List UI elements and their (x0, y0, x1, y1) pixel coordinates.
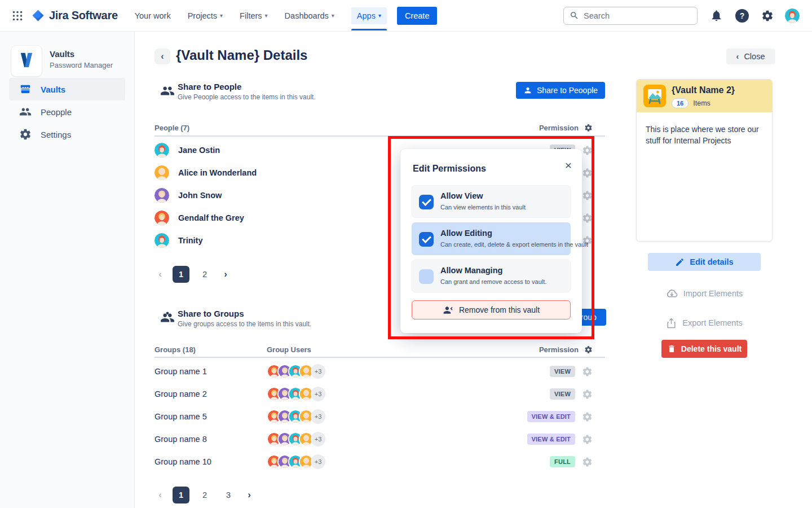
vault-description: This is place where we store our stuff f… (637, 112, 772, 158)
group-name: Group name 1 (155, 367, 267, 376)
chevron-down-icon: ▾ (265, 12, 268, 19)
trash-icon (667, 344, 676, 353)
cloud-download-icon (666, 288, 678, 300)
page-number[interactable]: 2 (196, 487, 213, 503)
more-users-pill: +3 (311, 387, 325, 401)
row-gear-icon[interactable] (582, 366, 593, 377)
row-gear-icon[interactable] (582, 457, 593, 467)
share-to-people-button[interactable]: Share to Peoople (516, 82, 605, 99)
search-input[interactable] (584, 11, 685, 20)
page-number[interactable]: 3 (220, 487, 237, 503)
nav-dashboards[interactable]: Dashboards▾ (285, 11, 334, 20)
back-button[interactable]: ‹ (155, 49, 170, 64)
chevron-down-icon: ▾ (378, 12, 381, 19)
share-groups-heading: Share to Groups (178, 309, 244, 318)
avatar (155, 188, 169, 203)
more-users-pill: +3 (311, 454, 325, 469)
row-gear-icon[interactable] (582, 190, 593, 201)
export-share-icon (666, 318, 677, 329)
checkbox-unchecked-icon[interactable] (419, 269, 434, 284)
remove-from-vault-button[interactable]: Remove from this vault (412, 300, 571, 319)
global-search[interactable] (563, 7, 698, 25)
option-allow-view[interactable]: Allow View Can view elements in this vau… (412, 185, 571, 218)
app-switcher-icon[interactable] (12, 11, 23, 21)
groups-count-label: Groups (18) (155, 345, 196, 354)
row-gear-icon[interactable] (582, 434, 593, 445)
items-label: Items (693, 99, 710, 107)
share-groups-icon (160, 310, 175, 325)
row-gear-icon[interactable] (582, 411, 593, 422)
group-avatar-stack: +3 (267, 432, 527, 446)
option-description: Can create, edit, delete & export elemen… (440, 241, 588, 248)
sidebar-item-label: Settings (41, 130, 71, 139)
delete-vault-button[interactable]: Delete this vault (661, 340, 747, 358)
nav-projects[interactable]: Projects▾ (188, 11, 223, 20)
row-gear-icon[interactable] (582, 213, 593, 224)
page-number[interactable]: 2 (196, 266, 213, 283)
column-settings-gear-icon[interactable] (584, 124, 593, 132)
avatar (155, 143, 169, 157)
more-users-pill: +3 (311, 364, 325, 379)
checkbox-checked-icon[interactable] (419, 195, 434, 209)
nav-filters[interactable]: Filters▾ (240, 11, 268, 20)
jira-logo[interactable]: Jira Software (32, 9, 118, 22)
help-icon[interactable]: ? (735, 9, 749, 23)
column-settings-gear-icon[interactable] (584, 345, 593, 354)
group-name: Group name 8 (155, 435, 267, 444)
group-name: Group name 10 (155, 457, 267, 466)
permission-header: Permission (539, 345, 579, 354)
row-gear-icon[interactable] (582, 145, 593, 156)
modal-title: Edit Permissions (413, 164, 486, 174)
more-users-pill: +3 (311, 432, 325, 446)
group-avatar-stack: +3 (267, 387, 550, 401)
nav-your-work[interactable]: Your work (135, 11, 171, 20)
vaults-app-logo-icon (11, 45, 42, 77)
page-prev-icon[interactable]: ‹ (155, 269, 166, 280)
edit-permissions-modal: Edit Permissions × Allow View Can view e… (400, 149, 582, 333)
import-elements-button[interactable]: Import Elements (648, 284, 761, 303)
page-number[interactable]: 1 (173, 266, 189, 283)
checkbox-checked-icon[interactable] (419, 232, 434, 247)
groups-table-header: Groups (18) Group Users Permission (155, 345, 605, 354)
row-gear-icon[interactable] (582, 389, 593, 400)
page-number[interactable]: 1 (173, 487, 189, 503)
items-count-badge: 16 (672, 98, 689, 108)
sidebar-item-label: Vaults (41, 85, 65, 94)
close-panel-button[interactable]: ‹ Close (726, 49, 775, 64)
person-remove-icon (443, 305, 453, 316)
row-gear-icon[interactable] (582, 168, 593, 178)
people-count-label: People (7) (155, 124, 189, 132)
permission-badge: FULL (550, 456, 575, 467)
page-next-icon[interactable]: › (244, 489, 255, 501)
avatar (155, 233, 169, 248)
divider (155, 135, 605, 137)
sidebar-item-people[interactable]: Peopple (9, 100, 125, 123)
sidebar-menu: Vaults Peopple Settings (0, 78, 134, 146)
settings-gear-icon[interactable] (761, 10, 774, 22)
chevron-down-icon: ▾ (332, 12, 334, 19)
sidebar-item-vaults[interactable]: Vaults (9, 78, 125, 100)
sidebar-item-settings[interactable]: Settings (9, 123, 125, 146)
group-row: Group name 5 +3 VIEW & EDIT (155, 405, 605, 428)
people-table-header: People (7) Permission (155, 124, 605, 132)
group-name: Group name 2 (155, 389, 267, 398)
search-icon (570, 11, 579, 20)
person-icon (523, 86, 532, 95)
page-next-icon[interactable]: › (220, 269, 231, 280)
option-allow-managing[interactable]: Allow Managing Can grant and remove acce… (412, 260, 571, 292)
close-icon[interactable]: × (565, 159, 572, 171)
export-elements-button[interactable]: Export Elements (648, 314, 761, 332)
user-avatar[interactable] (785, 8, 800, 23)
notifications-bell-icon[interactable] (710, 9, 723, 22)
nav-apps[interactable]: Apps▾ (351, 7, 387, 24)
share-people-heading: Share to People (178, 82, 241, 91)
option-title: Allow Editing (440, 229, 492, 238)
option-allow-editing[interactable]: Allow Editing Can create, edit, delete &… (412, 222, 571, 255)
edit-details-button[interactable]: Edit details (648, 253, 761, 271)
people-icon (19, 106, 32, 118)
create-button[interactable]: Create (397, 7, 438, 25)
top-app-bar: Jira Software Your work Projects▾ Filter… (0, 0, 812, 32)
share-people-subheading: Give Peoople access to the items in this… (178, 93, 316, 101)
divider (155, 357, 605, 358)
page-prev-icon[interactable]: ‹ (155, 489, 166, 501)
